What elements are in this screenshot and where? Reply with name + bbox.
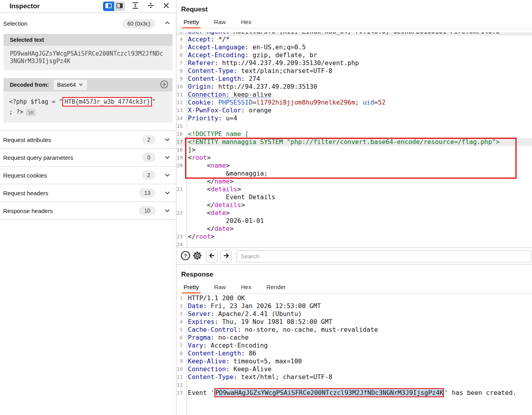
chevron-up-icon (164, 20, 170, 28)
codec-select[interactable]: Base64 (54, 80, 87, 90)
selected-text-value[interactable]: PD9waHAgJGZsYWcgPSAiSFRCe200NTczcl93M2Jf… (4, 46, 172, 70)
settings-button[interactable] (191, 250, 203, 262)
code-segment: > (226, 209, 230, 217)
request-editor[interactable]: 3User-Agent: Mozilla/5.0 (X11; Linux x86… (176, 32, 532, 248)
code-segment: Event Details (188, 193, 275, 201)
code-line: 18]> (176, 146, 532, 154)
section-count-badge: 0 (142, 153, 155, 162)
inspector-view-toggle (103, 2, 125, 11)
tab-hex[interactable]: Hex (240, 282, 252, 293)
tab-render[interactable]: Render (266, 282, 287, 293)
add-decoder-button[interactable] (160, 80, 169, 89)
decoded-flag-highlight: HTB{m4573r_w3b_4774ck3r} (62, 97, 152, 107)
line-number: 4 (176, 318, 185, 326)
code-line: 20 <name> (176, 162, 532, 170)
line-number: 12 (176, 99, 185, 107)
unified-view-button[interactable] (114, 2, 125, 11)
code-segment: Connection (188, 365, 226, 373)
code-segment: name (211, 162, 226, 169)
inspector-header: Inspector (0, 0, 176, 13)
line-number: 18 (176, 146, 185, 154)
code-segment: < (188, 209, 211, 217)
tab-raw[interactable]: Raw (213, 282, 227, 293)
code-segment: < (188, 154, 192, 161)
line-number: 3 (176, 310, 185, 318)
close-inspector-button[interactable] (161, 1, 171, 11)
code-line: 3User-Agent: Mozilla/5.0 (X11; Linux x86… (176, 32, 532, 36)
section-count-badge: 13 (139, 188, 155, 198)
section-label: Request cookies (3, 172, 142, 179)
code-segment: ]> (188, 146, 195, 153)
newline-escape-chip: \n (26, 109, 35, 116)
tab-pretty[interactable]: Pretty (183, 17, 200, 28)
code-line: 9Content-Length: 274 (176, 75, 532, 83)
line-number (176, 201, 185, 209)
code-line: 4Accept: */* (176, 36, 532, 43)
code-segment: 52 (378, 99, 386, 106)
line-number: 13 (176, 107, 185, 114)
prev-match-button[interactable] (206, 250, 217, 262)
code-segment: </ (188, 233, 195, 240)
response-tabs: PrettyRawHexRender (176, 282, 532, 293)
line-number: 20 (176, 162, 185, 170)
split-view-button[interactable] (103, 2, 114, 11)
code-segment: : orange (241, 107, 272, 114)
plus-circle-icon (160, 80, 169, 90)
code-segment: : Fri, 23 Jan 2026 12:53:00 GMT (203, 302, 321, 310)
code-segment: : Apache/2.4.41 (Ubuntu) (211, 310, 302, 318)
expand-all-button[interactable] (130, 1, 140, 11)
collapse-all-button[interactable] (146, 1, 156, 11)
decoded-suffix: " (152, 98, 155, 105)
decoded-value[interactable]: <?php $flag = "HTB{m4573r_w3b_4774ck3r}"… (4, 92, 172, 123)
response-editor[interactable]: 1HTTP/1.1 200 OK2Date: Fri, 23 Jan 2026 … (176, 292, 532, 415)
code-line: 12Cookie: PHPSESSID=l1792hi8jjom8hu99nel… (176, 99, 532, 107)
code-line: </date> (176, 225, 532, 233)
code-segment: ' has been created. (444, 389, 516, 396)
code-segment: : 86 (241, 350, 257, 357)
code-segment: root (192, 154, 207, 161)
line-number (176, 178, 185, 185)
line-number: 7 (176, 59, 185, 67)
tab-pretty[interactable]: Pretty (183, 282, 200, 293)
line-number: 2 (176, 302, 185, 310)
inspector-panel: Inspector (0, 0, 176, 415)
section-count-badge: 2 (142, 170, 155, 180)
line-number: 23 (176, 233, 185, 241)
selected-text-header: Selected text (4, 34, 172, 46)
chevron-down-icon (163, 171, 171, 179)
code-segment: root (195, 233, 211, 240)
code-segment: < (188, 162, 211, 169)
response-title: Response (176, 265, 532, 279)
code-segment: : Keep-Alive (226, 365, 272, 373)
section-request-headers[interactable]: Request headers13 (0, 184, 176, 202)
tab-raw[interactable]: Raw (213, 17, 227, 28)
code-segment: HTTP/1.1 200 OK (188, 294, 245, 302)
code-segment: > (207, 154, 211, 161)
selection-section-header[interactable]: Selection 60 (0x3c) (0, 13, 176, 34)
next-match-button[interactable] (220, 250, 232, 262)
section-request-cookies[interactable]: Request cookies2 (0, 166, 176, 184)
code-line: 10Origin: http://94.237.49.209:35130 (176, 83, 532, 91)
line-number: 8 (176, 67, 185, 75)
code-segment: </ (188, 225, 214, 232)
section-label: Response headers (3, 208, 139, 214)
code-segment: : no-cache (211, 334, 249, 341)
line-number: 1 (176, 294, 185, 302)
code-line: 2Date: Fri, 23 Jan 2026 12:53:00 GMT (176, 302, 532, 310)
tab-hex[interactable]: Hex (240, 17, 252, 28)
line-number: 9 (176, 75, 185, 83)
line-number: 8 (176, 350, 185, 357)
code-segment: : http://94.237.49.209:35130 (211, 83, 317, 90)
line-number: 10 (176, 365, 185, 373)
inspector-title: Inspector (9, 2, 103, 10)
code-segment: > (241, 201, 245, 209)
code-segment: X-PwnFox-Color (188, 107, 241, 114)
chevron-down-icon (163, 207, 171, 215)
selection-collapse-button[interactable] (163, 20, 171, 28)
section-request-attributes[interactable]: Request attributes2 (0, 131, 176, 148)
help-button[interactable]: ? (180, 250, 191, 262)
code-line: 2026-01-01 (176, 217, 532, 225)
search-input[interactable] (236, 250, 532, 262)
section-response-headers[interactable]: Response headers10 (0, 202, 176, 219)
section-request-query-parameters[interactable]: Request query parameters0 (0, 148, 176, 166)
